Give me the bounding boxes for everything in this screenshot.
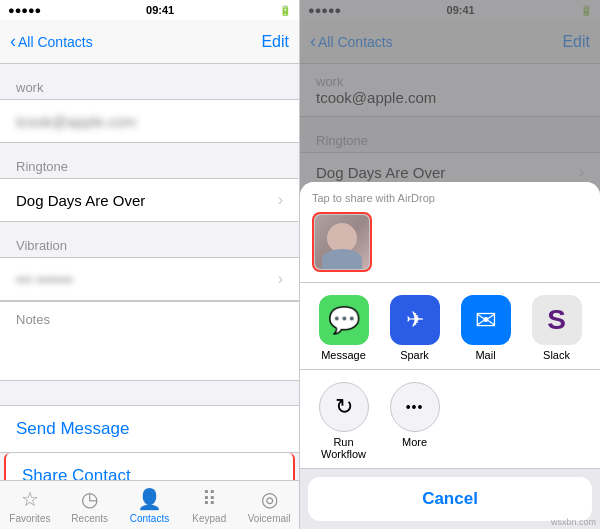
tab-contacts[interactable]: 👤 Contacts [120,487,180,524]
keypad-icon: ⠿ [202,487,217,511]
left-vibration-header: Vibration [0,222,299,257]
spark-app-label: Spark [400,349,429,361]
left-tab-bar: ☆ Favorites ◷ Recents 👤 Contacts ⠿ Keypa… [0,480,299,529]
share-contact-button[interactable]: Share Contact [4,453,295,480]
workflow-icon: ↻ [319,382,369,432]
left-chevron-icon: ‹ [10,31,16,52]
voicemail-icon: ◎ [261,487,278,511]
contacts-icon: 👤 [137,487,162,511]
left-vibration-value: ••• ••••••• [16,271,73,288]
left-vibration-cell[interactable]: ••• ••••••• [0,257,299,301]
keypad-label: Keypad [192,513,226,524]
left-back-button[interactable]: ‹ All Contacts [10,31,93,52]
vibration-chevron-icon [278,270,283,288]
airdrop-avatar[interactable] [312,212,372,272]
favorites-icon: ☆ [21,487,39,511]
more-button[interactable]: ••• More [390,382,440,448]
mail-app-label: Mail [475,349,495,361]
more-icon: ••• [390,382,440,432]
tab-favorites[interactable]: ☆ Favorites [0,487,60,524]
left-back-label: All Contacts [18,34,93,50]
recents-label: Recents [71,513,108,524]
airdrop-hint: Tap to share with AirDrop [312,192,435,204]
tab-voicemail[interactable]: ◎ Voicemail [239,487,299,524]
contact-avatar-face [315,215,369,269]
mail-app-icon: ✉ [461,295,511,345]
slack-app-icon: S [532,295,582,345]
send-message-button[interactable]: Send Message [0,405,299,453]
share-sheet-overlay: Tap to share with AirDrop 💬 Message [300,0,600,529]
share-actions-section: ↻ RunWorkflow ••• More [300,370,600,469]
left-nav-bar: ‹ All Contacts Edit [0,20,299,64]
left-ringtone-header: Ringtone [0,143,299,178]
share-mail-button[interactable]: ✉ Mail [461,295,511,361]
left-notes-section: Notes [0,301,299,381]
messages-app-label: Message [321,349,366,361]
left-battery-icon: 🔋 [279,5,291,16]
more-label: More [402,436,427,448]
left-phone-panel: ●●●●● 09:41 🔋 ‹ All Contacts Edit work t… [0,0,300,529]
run-workflow-button[interactable]: ↻ RunWorkflow [319,382,369,460]
right-phone-panel: ●●●●● 09:41 🔋 ‹ All Contacts Edit work t… [300,0,600,529]
left-ringtone-cell[interactable]: Dog Days Are Over [0,178,299,222]
contacts-label: Contacts [130,513,169,524]
left-time: 09:41 [146,4,174,16]
share-sheet: Tap to share with AirDrop 💬 Message [300,182,600,529]
right-chevron-icon [278,191,283,209]
left-signal-icon: ●●●●● [8,4,41,16]
left-content-list: work tcook@apple.com Ringtone Dog Days A… [0,64,299,480]
share-apps-section: 💬 Message ✈ Spark ✉ Mail S Slack [300,283,600,370]
airdrop-section: Tap to share with AirDrop [300,182,600,283]
share-apps-row: 💬 Message ✈ Spark ✉ Mail S Slack [300,295,600,361]
watermark: wsxbn.com [551,517,596,527]
share-actions-row: ↻ RunWorkflow ••• More [300,382,600,460]
left-edit-button[interactable]: Edit [261,33,289,51]
tab-keypad[interactable]: ⠿ Keypad [179,487,239,524]
share-messages-button[interactable]: 💬 Message [319,295,369,361]
share-slack-button[interactable]: S Slack [532,295,582,361]
left-email-value: tcook@apple.com [16,113,136,130]
left-notes-label: Notes [16,312,283,327]
cancel-button[interactable]: Cancel [308,477,592,521]
left-work-header: work [0,64,299,99]
spark-app-icon: ✈ [390,295,440,345]
left-actions-section: Send Message Share Contact Add to Favori… [0,405,299,480]
avatar-body [322,249,362,269]
left-status-bar: ●●●●● 09:41 🔋 [0,0,299,20]
share-spark-button[interactable]: ✈ Spark [390,295,440,361]
voicemail-label: Voicemail [248,513,291,524]
slack-app-label: Slack [543,349,570,361]
workflow-label: RunWorkflow [321,436,366,460]
left-email-cell: tcook@apple.com [0,99,299,143]
messages-app-icon: 💬 [319,295,369,345]
tab-recents[interactable]: ◷ Recents [60,487,120,524]
favorites-label: Favorites [9,513,50,524]
recents-icon: ◷ [81,487,98,511]
left-ringtone-value: Dog Days Are Over [16,192,145,209]
